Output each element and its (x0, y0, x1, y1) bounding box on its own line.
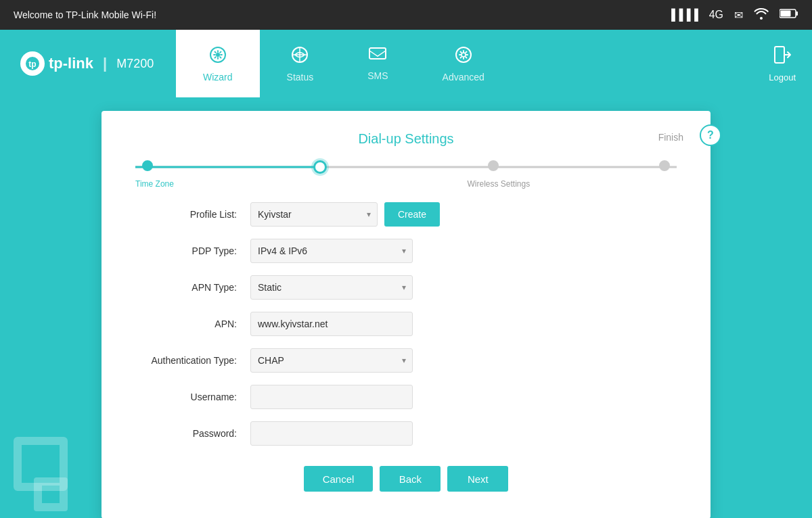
finish-label: Finish (658, 132, 683, 143)
status-icons: ▐▐▐▐ 4G ✉ (667, 7, 798, 22)
progress-steps (142, 160, 670, 174)
password-input[interactable] (250, 421, 413, 446)
main-content: ? Dial-up Settings Finish Time Zone (0, 97, 812, 518)
password-label: Password: (129, 428, 237, 439)
logo-brand: tp-link (49, 55, 93, 72)
advanced-icon (454, 45, 473, 69)
profile-list-label: Profile List: (129, 209, 237, 220)
nav-bar: tp tp-link | M7200 Wizard (0, 30, 812, 97)
pdp-type-controls: IPv4 & IPv6 IPv4 IPv6 (250, 239, 440, 263)
logout-label: Logout (769, 72, 796, 83)
advanced-label: Advanced (443, 72, 484, 83)
apn-row: APN: (129, 312, 683, 336)
step-1-dot (142, 160, 153, 171)
password-controls (250, 421, 440, 446)
svg-rect-10 (369, 48, 386, 59)
status-icon (290, 45, 309, 69)
wizard-icon (208, 45, 227, 69)
create-button[interactable]: Create (384, 202, 440, 227)
username-label: Username: (129, 392, 237, 402)
svg-text:tp: tp (28, 60, 36, 69)
signal-bars-icon: ▐▐▐▐ (667, 9, 698, 21)
wifi-icon (754, 7, 769, 22)
profile-list-row: Profile List: Kyivstar Custom Create (129, 202, 683, 227)
next-button[interactable]: Next (447, 466, 508, 492)
apn-type-controls: Static Dynamic (250, 275, 440, 300)
dialog-footer: Cancel Back Next (129, 466, 683, 492)
step-4-dot (659, 160, 670, 171)
pdp-type-select[interactable]: IPv4 & IPv6 IPv4 IPv6 (250, 239, 413, 263)
logout-button[interactable]: Logout (752, 30, 812, 97)
profile-list-select[interactable]: Kyivstar Custom (250, 202, 378, 227)
logo-icon: tp (20, 51, 45, 76)
cancel-button[interactable]: Cancel (304, 466, 374, 492)
status-bar: Welcome to TP-Link Mobile Wi-Fi! ▐▐▐▐ 4G… (0, 0, 812, 30)
logo-separator: | (103, 55, 107, 72)
profile-list-controls: Kyivstar Custom Create (250, 202, 440, 227)
wizard-label: Wizard (203, 72, 233, 83)
step-3-label: Wireless Settings (468, 179, 531, 189)
password-row: Password: (129, 421, 683, 446)
sms-icon (368, 47, 387, 68)
apn-type-label: APN Type: (129, 282, 237, 293)
tab-advanced[interactable]: Advanced (415, 30, 512, 97)
dialog-header: Dial-up Settings Finish (129, 131, 683, 147)
auth-type-select-wrapper: CHAP PAP None (250, 348, 413, 373)
tab-status[interactable]: Status (260, 30, 341, 97)
apn-controls (250, 312, 440, 336)
pdp-type-select-wrapper: IPv4 & IPv6 IPv4 IPv6 (250, 239, 413, 263)
decorative-shape-2 (34, 477, 68, 511)
username-row: Username: (129, 385, 683, 409)
svg-rect-1 (781, 11, 791, 17)
apn-input[interactable] (250, 312, 413, 336)
auth-type-label: Authentication Type: (129, 355, 237, 366)
apn-label: APN: (129, 319, 237, 329)
logo-area: tp tp-link | M7200 (0, 30, 176, 97)
logout-icon (772, 45, 792, 70)
auth-type-select[interactable]: CHAP PAP None (250, 348, 413, 373)
svg-point-12 (461, 53, 466, 57)
step-1-label: Time Zone (135, 179, 174, 189)
svg-rect-2 (796, 11, 798, 16)
step-3-dot (488, 160, 499, 171)
welcome-text: Welcome to TP-Link Mobile Wi-Fi! (14, 9, 156, 20)
step-2-dot (313, 160, 327, 174)
nav-tabs: Wizard Status SMS (176, 30, 752, 97)
dial-up-form: Profile List: Kyivstar Custom Create PDP… (129, 202, 683, 446)
username-input[interactable] (250, 385, 413, 409)
dialog-title: Dial-up Settings (313, 131, 498, 147)
username-controls (250, 385, 440, 409)
svg-rect-13 (775, 47, 784, 63)
apn-type-select-wrapper: Static Dynamic (250, 275, 413, 300)
tab-wizard[interactable]: Wizard (176, 30, 260, 97)
svg-point-6 (216, 53, 220, 57)
help-button[interactable]: ? (700, 124, 721, 146)
apn-type-row: APN Type: Static Dynamic (129, 275, 683, 300)
mail-icon: ✉ (734, 9, 743, 22)
svg-point-11 (456, 47, 471, 62)
pdp-type-label: PDP Type: (129, 245, 237, 256)
apn-type-select[interactable]: Static Dynamic (250, 275, 413, 300)
sms-label: SMS (367, 70, 388, 81)
auth-type-controls: CHAP PAP None (250, 348, 440, 373)
pdp-type-row: PDP Type: IPv4 & IPv6 IPv4 IPv6 (129, 239, 683, 263)
back-button[interactable]: Back (380, 466, 441, 492)
model-name: M7200 (116, 57, 154, 71)
logo: tp tp-link | M7200 (20, 51, 154, 76)
network-type: 4G (709, 9, 723, 21)
auth-type-row: Authentication Type: CHAP PAP None (129, 348, 683, 373)
battery-icon (780, 8, 798, 22)
tab-sms[interactable]: SMS (340, 30, 415, 97)
dialog-card: ? Dial-up Settings Finish Time Zone (102, 111, 710, 518)
status-label: Status (287, 72, 314, 83)
step-labels: Time Zone Wireless Settings (129, 179, 683, 189)
profile-list-select-wrapper: Kyivstar Custom (250, 202, 378, 227)
